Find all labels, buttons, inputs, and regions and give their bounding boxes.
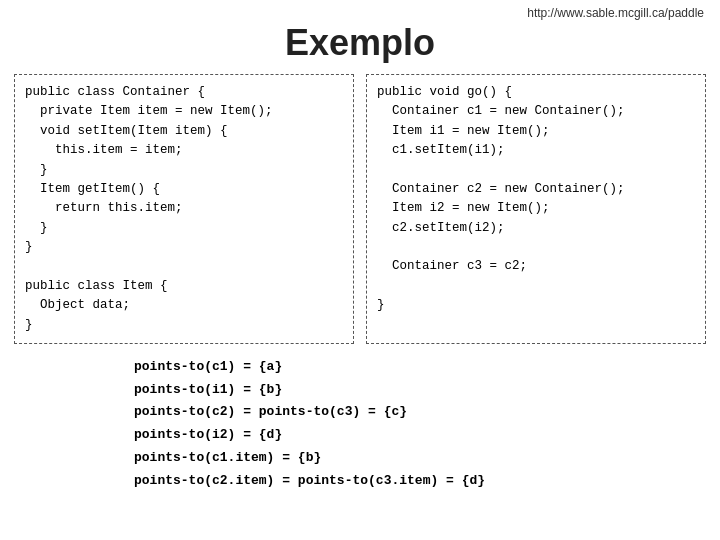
page-title: Exemplo: [0, 22, 720, 64]
points-line-3: points-to(i2) = {d}: [134, 424, 706, 447]
header-url: http://www.sable.mcgill.ca/paddle: [0, 0, 720, 22]
points-line-4: points-to(c1.item) = {b}: [134, 447, 706, 470]
code-box-left: public class Container { private Item it…: [14, 74, 354, 344]
points-line-5: points-to(c2.item) = points-to(c3.item) …: [134, 470, 706, 493]
points-line-0: points-to(c1) = {a}: [134, 356, 706, 379]
points-section: points-to(c1) = {a}points-to(i1) = {b}po…: [120, 356, 720, 493]
code-section: public class Container { private Item it…: [0, 74, 720, 344]
points-line-1: points-to(i1) = {b}: [134, 379, 706, 402]
code-box-right: public void go() { Container c1 = new Co…: [366, 74, 706, 344]
points-line-2: points-to(c2) = points-to(c3) = {c}: [134, 401, 706, 424]
